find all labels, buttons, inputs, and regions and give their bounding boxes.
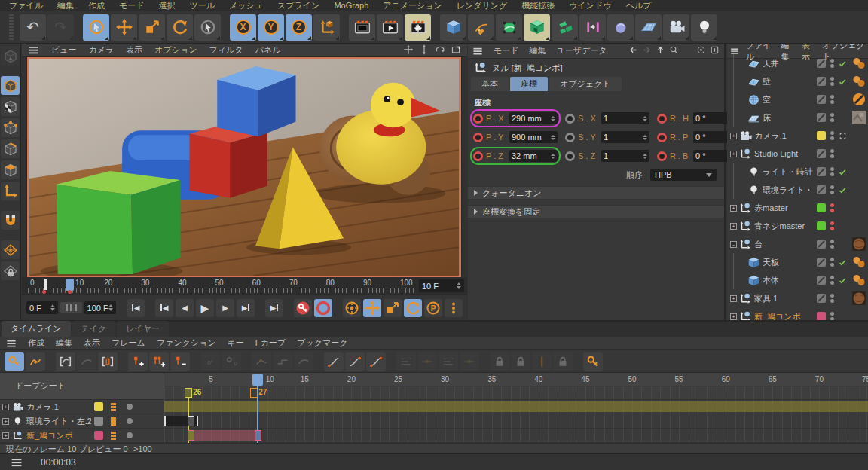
visibility-dots[interactable] [829,149,836,158]
range-start-field[interactable]: 0 F [26,301,58,314]
visibility-dot[interactable] [830,185,834,189]
hamburger-icon[interactable] [11,456,23,468]
attr-nav-back[interactable] [628,45,638,56]
layer-swatch[interactable] [817,221,826,230]
attr-nav-up[interactable] [656,45,665,56]
keyframe-selection-button[interactable] [343,299,361,317]
spline-pen-button[interactable] [468,14,494,41]
object-row-台[interactable]: -台 [727,235,868,253]
ease-out-button[interactable] [345,352,365,371]
layer-swatch[interactable] [817,258,826,267]
visibility-dots[interactable] [829,131,836,140]
visibility-dots[interactable] [829,77,836,86]
workplane-lock[interactable] [1,261,20,280]
coord-field[interactable]: 900 mm [509,131,558,143]
visibility-dot[interactable] [830,149,834,153]
keyframe-dot[interactable] [565,114,575,124]
live-selection-tool[interactable] [83,14,109,41]
main-menu-7[interactable]: スプライン [277,0,319,11]
visibility-dot[interactable] [830,276,834,279]
layer-swatch[interactable] [817,185,826,194]
visibility-dot[interactable] [830,131,834,135]
object-row-床[interactable]: 床 [727,108,868,127]
lock-z-button[interactable]: Z [286,14,312,41]
interp-step-button[interactable] [273,352,292,371]
main-menu-11[interactable]: 機能拡張 [521,0,555,11]
object-row-青ネジmaster[interactable]: +青ネジmaster [727,217,868,235]
preview-range-slider[interactable] [60,302,81,313]
coord-field[interactable]: 1 [601,150,649,162]
current-frame-field[interactable]: 10 F [419,279,464,292]
visibility-dots[interactable] [829,185,836,194]
ease-in-button[interactable] [324,352,344,371]
visibility-dot[interactable] [830,154,834,158]
solo-circle[interactable] [127,404,133,410]
track-after-button[interactable] [439,352,458,371]
keyframe-dot[interactable] [565,133,575,142]
coord-field[interactable]: 1 [601,131,649,143]
track-loop-button[interactable] [417,352,437,371]
bar2-button[interactable] [553,352,573,371]
toolbar-grip[interactable] [9,14,14,40]
attr-nav-focus[interactable] [696,45,706,56]
show-fcurves[interactable] [77,352,96,371]
timeline-tab-1[interactable]: テイク [72,321,116,337]
prev-frame-button[interactable]: ◀ [176,299,194,317]
polygon-mode[interactable] [1,160,20,179]
layer-swatch[interactable] [817,312,826,320]
visibility-dots[interactable] [829,294,836,303]
add-key-button[interactable] [128,352,148,371]
visibility-dot[interactable] [830,59,834,63]
object-row-ライト・時計内部・右[interactable]: ライト・時計内部・右 [727,163,868,181]
main-menu-2[interactable]: 作成 [88,0,105,11]
lock-x-button[interactable]: X [230,14,256,41]
viewport-nav-maximize[interactable] [451,44,461,56]
dope-sheet-track-area[interactable]: 51015202530354045505560657075 2627 [164,373,868,443]
ease-both-button[interactable] [366,352,386,371]
zero-angle-button[interactable]: 0° [200,352,220,371]
rotation-order-dropdown[interactable]: HPB [650,169,717,181]
prev-key-button[interactable]: ◀ [155,299,173,317]
visibility-dots[interactable] [829,240,836,249]
main-menu-6[interactable]: メッシュ [229,0,263,11]
play-button[interactable]: ▶ [196,299,214,317]
viewport-menu-1[interactable]: カメラ [89,44,115,56]
expander-plus[interactable]: + [730,223,737,230]
timeline-ruler[interactable]: 51015202530354045505560657075 [164,373,868,386]
blue-cube[interactable] [217,66,295,136]
timeline-tab-2[interactable]: レイヤー [117,321,169,337]
object-row-天井[interactable]: 天井 [727,54,868,72]
timeline-menu-3[interactable]: フレーム [112,337,145,349]
track-before-button[interactable] [396,352,416,371]
track-band[interactable] [191,430,261,441]
timeline-marker-strip[interactable]: 2627 [164,386,868,400]
timeline-menu-2[interactable]: 表示 [84,337,100,349]
goto-start-button[interactable]: ◀ [127,299,145,317]
primitive-cube-button[interactable] [440,14,466,41]
deformers-button[interactable] [552,14,578,41]
viewport-canvas[interactable] [29,59,460,276]
coord-field[interactable]: 290 mm [509,112,558,124]
lock-y-button[interactable]: Y [258,14,284,41]
subdivision-surface-button[interactable] [496,14,522,41]
powerslider-playhead[interactable] [66,279,74,291]
render-view-button[interactable] [349,14,375,41]
main-menu-3[interactable]: モード [119,0,145,11]
floor-button[interactable] [635,14,662,41]
visibility-dot[interactable] [830,221,834,225]
expander-plus[interactable]: + [2,404,9,410]
timeline-menu-7[interactable]: ブックマーク [297,337,347,349]
main-menu-9[interactable]: アニメーション [383,0,442,11]
visibility-dot[interactable] [830,77,834,81]
viewport-menu-0[interactable]: ビュー [51,44,77,56]
visibility-dots[interactable] [829,59,836,68]
main-menu-13[interactable]: ヘルプ [626,0,652,11]
keyframe-dot[interactable] [657,114,667,124]
expander-plus[interactable]: + [730,313,737,320]
last-tool[interactable] [194,14,221,41]
collapsed-section-0[interactable]: クォータニオン [468,186,724,200]
main-menu-12[interactable]: ウインドウ [569,0,611,11]
expander-plus[interactable]: + [730,151,737,157]
visibility-dot[interactable] [830,100,834,104]
visibility-dots[interactable] [829,221,836,230]
